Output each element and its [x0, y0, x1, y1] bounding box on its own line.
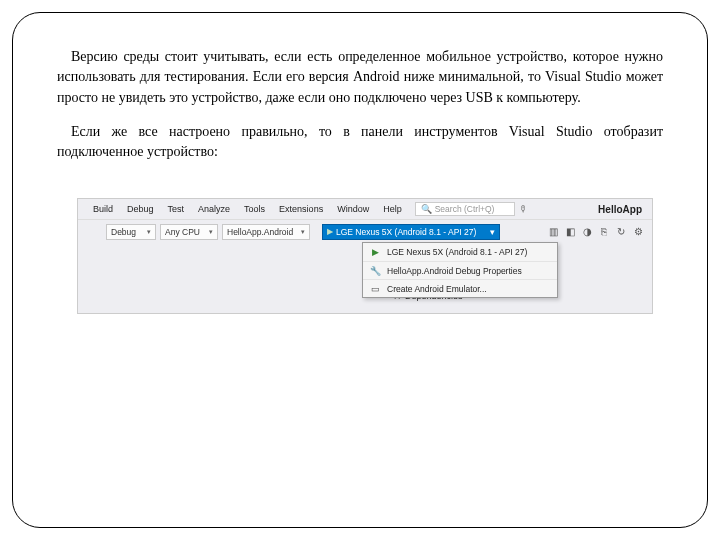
- device-icon: ▭: [369, 284, 381, 294]
- toolbar-icons-right: ▥ ◧ ◑ ⎘ ↻ ⚙: [545, 224, 646, 240]
- chevron-down-icon: ▾: [301, 228, 305, 236]
- toolbar-icon-5[interactable]: ↻: [613, 224, 629, 240]
- document-frame: Версию среды стоит учитывать, если есть …: [12, 12, 708, 528]
- toolbar-icon-3[interactable]: ◑: [579, 224, 595, 240]
- visual-studio-screenshot: Build Debug Test Analyze Tools Extension…: [77, 198, 653, 314]
- menu-bar: Build Debug Test Analyze Tools Extension…: [78, 199, 652, 219]
- menu-test[interactable]: Test: [161, 201, 192, 217]
- search-mic-icon[interactable]: 🎙: [519, 204, 528, 214]
- play-icon: ▶: [369, 247, 381, 257]
- paragraph-1: Версию среды стоит учитывать, если есть …: [57, 47, 663, 108]
- dropdown-item-debug-props[interactable]: 🔧 HelloApp.Android Debug Properties: [363, 261, 557, 279]
- chevron-down-icon: ▾: [209, 228, 213, 236]
- run-device-button[interactable]: ▶ LGE Nexus 5X (Android 8.1 - API 27) ▾: [322, 224, 500, 240]
- paragraph-2-text: Если же все настроено правильно, то в па…: [57, 124, 663, 159]
- menu-build[interactable]: Build: [86, 201, 120, 217]
- dropdown-item-device[interactable]: ▶ LGE Nexus 5X (Android 8.1 - API 27): [363, 243, 557, 261]
- search-input[interactable]: 🔍 Search (Ctrl+Q): [415, 202, 515, 216]
- dropdown-item-label: LGE Nexus 5X (Android 8.1 - API 27): [387, 247, 527, 257]
- chevron-down-icon: ▾: [490, 227, 495, 237]
- run-device-label: LGE Nexus 5X (Android 8.1 - API 27): [336, 227, 476, 237]
- target-combo[interactable]: HelloApp.Android ▾: [222, 224, 310, 240]
- target-value: HelloApp.Android: [227, 227, 293, 237]
- search-placeholder: Search (Ctrl+Q): [435, 204, 495, 214]
- paragraph-1-text: Версию среды стоит учитывать, если есть …: [57, 49, 663, 105]
- menu-extensions[interactable]: Extensions: [272, 201, 330, 217]
- dropdown-item-create-emulator[interactable]: ▭ Create Android Emulator...: [363, 279, 557, 297]
- toolbar-icon-2[interactable]: ◧: [562, 224, 578, 240]
- play-icon: ▶: [327, 227, 333, 236]
- dropdown-item-label: HelloApp.Android Debug Properties: [387, 266, 522, 276]
- search-icon: 🔍: [421, 204, 432, 214]
- menu-window[interactable]: Window: [330, 201, 376, 217]
- config-combo[interactable]: Debug ▾: [106, 224, 156, 240]
- toolbar: Debug ▾ Any CPU ▾ HelloApp.Android ▾ ▶ L…: [78, 219, 652, 243]
- wrench-icon: 🔧: [369, 266, 381, 276]
- toolbar-icon-1[interactable]: ▥: [545, 224, 561, 240]
- project-name: HelloApp: [598, 204, 642, 215]
- paragraph-2: Если же все настроено правильно, то в па…: [57, 122, 663, 163]
- chevron-down-icon: ▾: [147, 228, 151, 236]
- dropdown-item-label: Create Android Emulator...: [387, 284, 487, 294]
- menu-tools[interactable]: Tools: [237, 201, 272, 217]
- config-value: Debug: [111, 227, 136, 237]
- toolbar-icon-4[interactable]: ⎘: [596, 224, 612, 240]
- platform-value: Any CPU: [165, 227, 200, 237]
- menu-debug[interactable]: Debug: [120, 201, 161, 217]
- toolbar-icon-6[interactable]: ⚙: [630, 224, 646, 240]
- device-dropdown: ▶ LGE Nexus 5X (Android 8.1 - API 27) 🔧 …: [362, 242, 558, 298]
- menu-help[interactable]: Help: [376, 201, 409, 217]
- platform-combo[interactable]: Any CPU ▾: [160, 224, 218, 240]
- menu-analyze[interactable]: Analyze: [191, 201, 237, 217]
